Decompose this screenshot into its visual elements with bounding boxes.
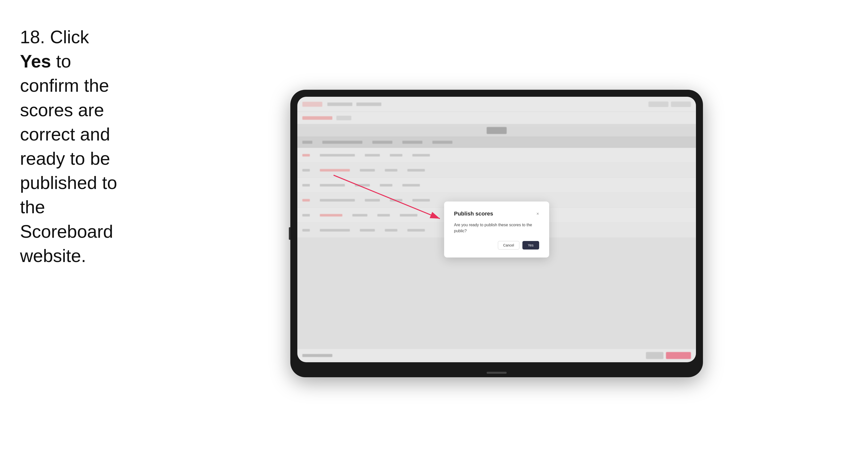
tablet-container: Publish scores × Are you ready to publis… (145, 15, 848, 452)
modal-body: Are you ready to publish these scores to… (454, 222, 539, 234)
modal-overlay: Publish scores × Are you ready to publis… (297, 97, 696, 362)
instruction-suffix: to confirm the scores are correct and re… (20, 51, 117, 266)
page-container: 18. Click Yes to confirm the scores are … (0, 0, 868, 467)
modal-footer: Cancel Yes (454, 241, 539, 249)
instruction-text: 18. Click Yes to confirm the scores are … (20, 15, 125, 268)
tablet-side-button (289, 227, 290, 240)
modal-title: Publish scores (454, 211, 493, 217)
publish-scores-modal: Publish scores × Are you ready to publis… (444, 201, 549, 257)
tablet-device: Publish scores × Are you ready to publis… (290, 90, 703, 377)
tablet-screen: Publish scores × Are you ready to publis… (297, 97, 696, 362)
instruction-prefix: Click (50, 27, 89, 47)
cancel-button[interactable]: Cancel (498, 241, 519, 249)
modal-close-button[interactable]: × (536, 212, 539, 216)
step-number: 18. (20, 27, 45, 47)
instruction-bold: Yes (20, 51, 51, 71)
modal-header: Publish scores × (454, 211, 539, 217)
tablet-home-indicator (487, 372, 507, 374)
yes-button[interactable]: Yes (522, 241, 539, 249)
